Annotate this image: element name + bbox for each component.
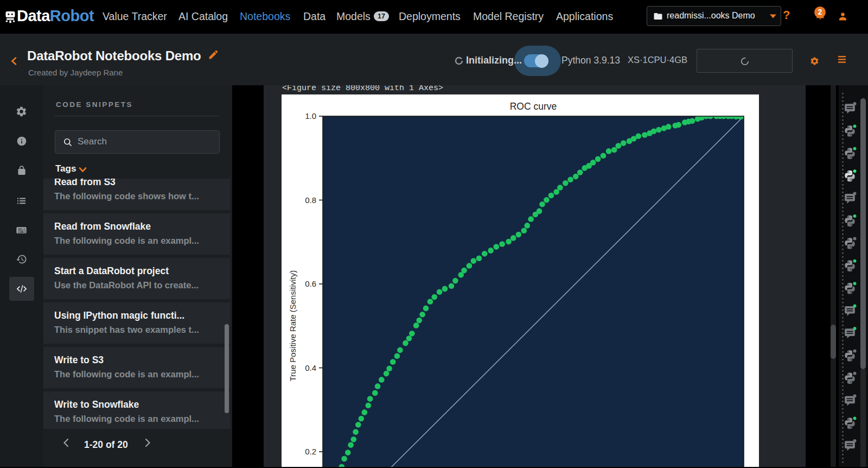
svg-text:0.4: 0.4 [305, 363, 316, 372]
svg-text:1.0: 1.0 [305, 111, 316, 121]
svg-text:0.8: 0.8 [305, 195, 316, 205]
svg-text:True Positive Rate (Sensitivit: True Positive Rate (Sensitivity) [288, 270, 297, 382]
svg-text:0.6: 0.6 [305, 279, 316, 288]
svg-text:0.2: 0.2 [305, 447, 316, 456]
svg-text:ROC curve: ROC curve [510, 101, 557, 112]
